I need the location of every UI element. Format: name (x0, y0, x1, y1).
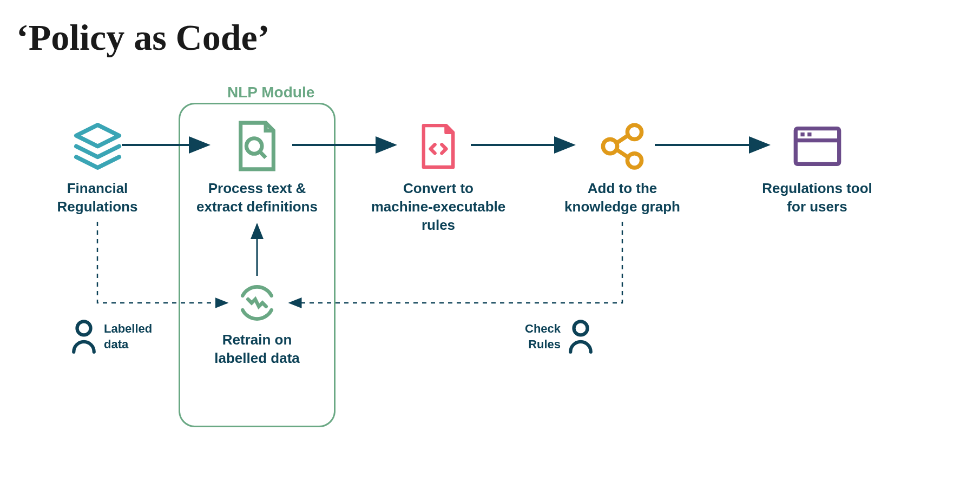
diagram-canvas: NLP Module FinancialRegulations Process … (27, 103, 947, 454)
svg-line-7 (616, 149, 629, 157)
svg-point-4 (627, 125, 641, 139)
graph-nodes-icon (557, 119, 687, 173)
app-window-icon (752, 119, 882, 173)
document-search-icon (189, 119, 325, 173)
svg-rect-11 (807, 132, 811, 136)
node-process-label: Process text &extract definitions (189, 180, 325, 216)
node-tool-label: Regulations toolfor users (752, 180, 882, 216)
svg-point-3 (603, 139, 617, 153)
person-check-rules: CheckRules (525, 319, 594, 354)
node-retrain-label: Retrain onlabelled data (200, 331, 314, 368)
nlp-module-label: NLP Module (227, 84, 314, 101)
retrain-cycle-icon (200, 281, 314, 325)
svg-point-5 (627, 153, 641, 167)
node-regulations-tool: Regulations toolfor users (752, 119, 882, 216)
node-financial-label: FinancialRegulations (43, 180, 152, 216)
svg-point-20 (574, 321, 588, 335)
check-rules-label: CheckRules (525, 321, 561, 352)
svg-marker-0 (76, 124, 119, 146)
labelled-data-label: Labelleddata (104, 321, 152, 352)
svg-line-2 (260, 152, 266, 158)
diagram-title: ‘Policy as Code’ (16, 16, 269, 59)
node-process-text: Process text &extract definitions (189, 119, 325, 216)
person-icon (70, 319, 97, 354)
node-financial-regulations: FinancialRegulations (43, 119, 152, 216)
node-retrain: Retrain onlabelled data (200, 281, 314, 368)
code-file-icon (363, 119, 514, 173)
person-labelled-data: Labelleddata (70, 319, 152, 354)
layers-icon (43, 119, 152, 173)
node-convert-label: Convert tomachine-executablerules (363, 180, 514, 234)
svg-line-6 (616, 135, 629, 143)
svg-point-1 (246, 138, 262, 154)
svg-point-19 (77, 321, 91, 335)
svg-rect-10 (800, 132, 804, 136)
node-knowledge-graph: Add to theknowledge graph (557, 119, 687, 216)
node-convert: Convert tomachine-executablerules (363, 119, 514, 234)
node-graph-label: Add to theknowledge graph (557, 180, 687, 216)
person-icon (567, 319, 594, 354)
